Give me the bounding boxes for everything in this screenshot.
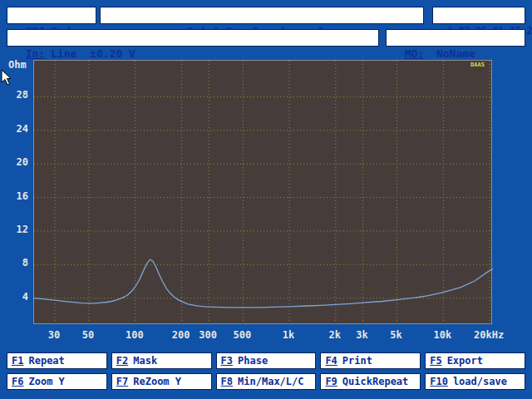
- f8-minmax-lc-button[interactable]: F8Min/Max/L/C: [216, 373, 317, 390]
- f6-hotkey: F6: [12, 376, 23, 387]
- window-title: D A A S Impedance Curve: [100, 7, 424, 24]
- fkey-row-1: F1Repeat F2Mask F3Phase F4Print F5Export: [7, 352, 525, 369]
- f10-hotkey: F10: [430, 376, 448, 387]
- x-tick-label: 5k: [390, 329, 401, 341]
- f7-rezoom-y-button[interactable]: F7ReZoom Y: [111, 373, 212, 390]
- x-tick-label: 1k: [283, 329, 294, 341]
- f5-export-button[interactable]: F5Export: [425, 352, 525, 369]
- f1-label: Repeat: [28, 355, 64, 367]
- mouse-cursor: [1, 69, 12, 86]
- x-tick-label: 3k: [356, 329, 367, 341]
- x-tick-label: 20kHz: [474, 329, 504, 341]
- f3-phase-button[interactable]: F3Phase: [216, 352, 317, 369]
- fkey-row-2: F6Zoom Y F7ReZoom Y F8Min/Max/L/C F9Quic…: [7, 373, 525, 390]
- f2-mask-button[interactable]: F2Mask: [111, 352, 212, 369]
- info-datetime-button[interactable]: i03.06.01 15 20: [432, 7, 525, 24]
- f8-label: Min/Max/L/C: [238, 376, 303, 387]
- y-tick-label: 4: [5, 291, 28, 303]
- y-tick-label: 12: [5, 224, 28, 235]
- y-tick-label: 28: [5, 89, 28, 101]
- x-tick-label: 100: [126, 329, 144, 341]
- f9-hotkey: F9: [325, 376, 337, 387]
- f3-label: Phase: [238, 355, 268, 367]
- plot-watermark: DAAS: [470, 62, 485, 68]
- f6-label: Zoom Y: [28, 376, 64, 387]
- input-source-button[interactable]: In:Line ±0.20 V: [7, 29, 379, 47]
- f9-quickrepeat-button[interactable]: F9QuickRepeat: [320, 373, 421, 390]
- mo-hotkey: MO:: [405, 47, 424, 60]
- x-tick-label: 200: [172, 329, 190, 341]
- impedance-plot-area[interactable]: [33, 60, 492, 324]
- y-tick-label: 24: [5, 123, 28, 135]
- impedance-chart[interactable]: [34, 61, 493, 325]
- f10-load-save-button[interactable]: F10load/save: [425, 373, 525, 390]
- f7-label: ReZoom Y: [133, 376, 181, 387]
- y-tick-label: 8: [5, 257, 28, 268]
- impedance-curve: [34, 259, 493, 308]
- f5-label: Export: [447, 355, 483, 367]
- x-tick-label: 30: [48, 329, 60, 341]
- x-tick-label: 2k: [329, 329, 341, 341]
- f1-repeat-button[interactable]: F1Repeat: [7, 352, 107, 369]
- x-tick-label: 50: [82, 329, 94, 341]
- f7-hotkey: F7: [116, 376, 128, 387]
- f5-hotkey: F5: [430, 355, 441, 367]
- esc-end-button[interactable]: ESCEnd: [7, 7, 96, 24]
- f9-label: QuickRepeat: [342, 376, 408, 387]
- x-tick-label: 300: [199, 329, 217, 341]
- f6-zoom-y-button[interactable]: F6Zoom Y: [7, 373, 107, 390]
- f2-hotkey: F2: [116, 355, 128, 367]
- f10-label: load/save: [453, 376, 507, 387]
- y-tick-label: 20: [5, 156, 28, 168]
- input-hotkey: In:: [26, 47, 45, 60]
- f3-hotkey: F3: [221, 355, 233, 367]
- y-tick-label: 16: [5, 190, 28, 202]
- f4-hotkey: F4: [325, 355, 337, 367]
- mo-value: NoName: [430, 47, 475, 60]
- f4-print-button[interactable]: F4Print: [320, 352, 421, 369]
- model-name-button[interactable]: MO: NoName: [386, 29, 525, 47]
- x-tick-label: 500: [233, 329, 251, 341]
- input-value: Line ±0.20 V: [51, 47, 135, 60]
- f1-hotkey: F1: [12, 355, 23, 367]
- x-tick-label: 10k: [433, 329, 451, 341]
- f8-hotkey: F8: [221, 376, 233, 387]
- f4-label: Print: [342, 355, 372, 367]
- f2-label: Mask: [133, 355, 157, 367]
